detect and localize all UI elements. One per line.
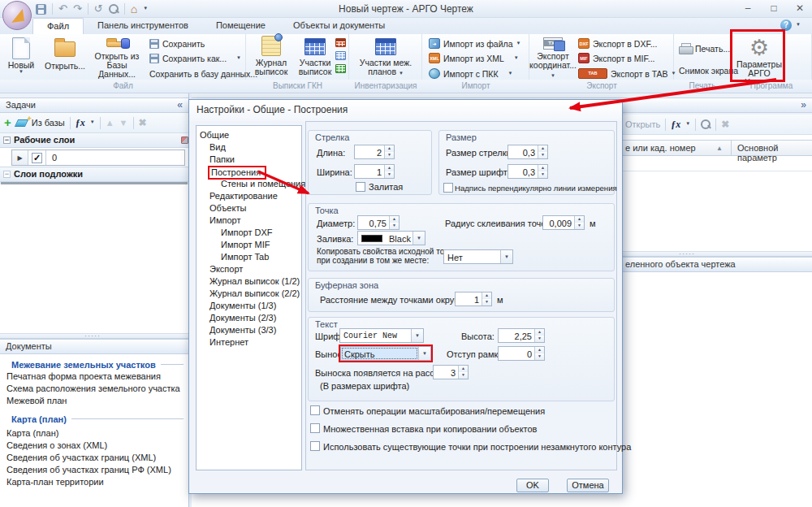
callout-select[interactable]: Скрыть bbox=[340, 346, 431, 361]
save-button[interactable]: Сохранить bbox=[149, 37, 205, 50]
undo-scale-checkbox[interactable] bbox=[310, 405, 320, 415]
glue-radius-stepper[interactable]: 0,009 bbox=[542, 215, 585, 230]
table-blue-icon[interactable] bbox=[335, 51, 346, 60]
parcels-statements-button[interactable]: Участки выписок bbox=[295, 36, 335, 79]
collapse-expander-icon[interactable]: − bbox=[3, 171, 11, 178]
open-button[interactable]: Открыть... bbox=[42, 36, 88, 79]
zoom-icon[interactable] bbox=[109, 4, 119, 14]
fx-icon[interactable]: ƒx bbox=[671, 119, 680, 131]
rounding-distance-stepper[interactable]: 1 bbox=[455, 292, 492, 306]
doc-item[interactable]: Сведения об участках границ (XML) bbox=[0, 452, 188, 464]
tab-toolbars[interactable]: Панель инструментов bbox=[84, 18, 202, 34]
multi-insert-checkbox[interactable] bbox=[310, 423, 320, 433]
arrow-size-stepper[interactable]: 0,3 bbox=[508, 145, 548, 159]
parcels-plans-button[interactable]: Участки меж. планов bbox=[357, 36, 414, 79]
home-icon[interactable]: ⌂ bbox=[131, 2, 137, 15]
tree-item-documents-2[interactable]: Документы (2/3) bbox=[197, 312, 301, 324]
fill-color-select[interactable]: Black bbox=[357, 231, 425, 245]
doc-item[interactable]: Карта (план) bbox=[0, 427, 188, 440]
tree-item-view[interactable]: Вид bbox=[197, 141, 301, 154]
tree-item-import[interactable]: Импорт bbox=[197, 214, 301, 227]
tree-item-constructions[interactable]: Построения bbox=[197, 166, 301, 178]
add-layer-from-db-icon[interactable] bbox=[15, 119, 28, 127]
collapse-panel-icon[interactable]: « bbox=[177, 98, 183, 112]
export-coordinates-button[interactable]: Экспорт координат... bbox=[531, 36, 575, 79]
tree-item-documents-3[interactable]: Документы (3/3) bbox=[197, 324, 301, 336]
column-header-parameter[interactable]: Основной параметр bbox=[737, 143, 812, 162]
delete-icon[interactable]: ✖ bbox=[721, 119, 729, 130]
tree-item-journal-2[interactable]: Журнал выписок (2/2) bbox=[197, 288, 301, 300]
tree-item-general[interactable]: Общие bbox=[197, 129, 301, 141]
qat-more-icon[interactable] bbox=[143, 6, 148, 11]
column-divider[interactable] bbox=[731, 141, 732, 155]
font-select[interactable]: Courier New bbox=[339, 328, 424, 343]
export-mif-button[interactable]: MIF Экспорт в MIF... bbox=[578, 51, 655, 65]
fx-icon[interactable]: ƒx bbox=[76, 117, 85, 129]
search-icon[interactable] bbox=[701, 119, 710, 129]
import-from-file-button[interactable]: ➜ Импорт из файла bbox=[429, 37, 521, 50]
refresh-icon[interactable]: ↺ bbox=[94, 3, 103, 15]
copy-properties-select[interactable]: Нет bbox=[443, 249, 513, 264]
open-from-db-button[interactable]: Открыть из Базы Данных... bbox=[89, 36, 145, 79]
doc-item[interactable]: Карта-план территории bbox=[0, 476, 188, 488]
journal-statements-button[interactable]: Журнал выписок bbox=[249, 36, 293, 79]
filled-checkbox[interactable] bbox=[356, 182, 365, 192]
save-icon[interactable] bbox=[36, 4, 46, 15]
table-red-icon[interactable] bbox=[335, 38, 346, 47]
text-height-stepper[interactable]: 2,25 bbox=[498, 328, 545, 343]
move-up-icon[interactable]: ▲ bbox=[106, 118, 114, 128]
working-layers-header[interactable]: − Рабочие слои bbox=[0, 133, 188, 148]
tab-file[interactable]: Файл bbox=[32, 18, 84, 34]
row-selector-icon[interactable]: ▶ bbox=[12, 150, 28, 165]
arrow-width-stepper[interactable]: 1 bbox=[354, 164, 395, 179]
chevron-down-icon[interactable] bbox=[685, 122, 690, 127]
new-button[interactable]: Новый bbox=[2, 36, 41, 79]
tab-room[interactable]: Помещение bbox=[202, 18, 279, 34]
close-button[interactable]: ✕ bbox=[793, 2, 807, 14]
doc-item[interactable]: Схема расположения земельного участка bbox=[0, 383, 188, 395]
tree-item-import-mif[interactable]: Импорт MIF bbox=[197, 239, 301, 251]
doc-item[interactable]: Сведения о зонах (XML) bbox=[0, 440, 188, 452]
tree-item-folders[interactable]: Папки bbox=[197, 154, 301, 166]
table-green-icon[interactable] bbox=[335, 64, 346, 73]
save-to-db-button[interactable]: Сохранить в базу данных... bbox=[149, 67, 257, 80]
import-from-pkk-button[interactable]: Импорт с ПКК bbox=[429, 67, 513, 80]
delete-icon[interactable]: ✖ bbox=[139, 117, 147, 128]
layer-name[interactable]: 0 bbox=[46, 150, 184, 165]
underlay-layers-header[interactable]: − Слои подложки bbox=[0, 167, 188, 182]
open-object-button[interactable]: Открыть bbox=[625, 119, 660, 129]
move-down-icon[interactable]: ▼ bbox=[119, 118, 128, 128]
export-tab-button[interactable]: TAB Экспорт в TAB bbox=[578, 67, 676, 80]
save-as-button[interactable]: Сохранить как... bbox=[149, 51, 241, 65]
tab-objects-documents[interactable]: Объекты и документы bbox=[279, 18, 399, 34]
column-header-name[interactable]: е или кад. номер bbox=[625, 143, 696, 153]
eraser-icon[interactable] bbox=[181, 136, 188, 144]
undo-icon[interactable]: ↶ bbox=[58, 3, 67, 15]
font-size-stepper[interactable]: 0,3 bbox=[508, 164, 548, 179]
panel-splitter[interactable]: ····· bbox=[0, 333, 188, 339]
tree-item-documents-1[interactable]: Документы (1/3) bbox=[197, 300, 301, 312]
doc-item[interactable]: Печатная форма проекта межевания bbox=[0, 370, 188, 383]
export-dxf-button[interactable]: DXF Экспорт в DXF... bbox=[578, 37, 657, 50]
doc-item[interactable]: Сведения об участках границ РФ (XML) bbox=[0, 464, 188, 476]
tree-item-import-tab[interactable]: Импорт Tab bbox=[197, 251, 301, 263]
import-from-xml-button[interactable]: XML Импорт из XML bbox=[429, 51, 519, 65]
minimize-button[interactable]: – bbox=[741, 2, 755, 14]
tree-item-import-dxf[interactable]: Импорт DXF bbox=[197, 227, 301, 239]
tree-item-export[interactable]: Экспорт bbox=[197, 263, 301, 275]
collapse-expander-icon[interactable]: − bbox=[3, 136, 11, 144]
tree-item-internet[interactable]: Интернет bbox=[197, 336, 301, 349]
tree-item-editing[interactable]: Редактирование bbox=[197, 190, 301, 202]
layer-row[interactable]: ▶ ✓ 0 bbox=[11, 150, 185, 166]
layer-visible-checkbox[interactable]: ✓ bbox=[32, 153, 42, 163]
chevron-down-icon[interactable] bbox=[90, 120, 95, 125]
use-existing-points-checkbox[interactable] bbox=[310, 441, 320, 451]
tree-item-walls[interactable]: Стены и помещения bbox=[197, 178, 301, 190]
redo-icon[interactable]: ↷ bbox=[73, 3, 82, 15]
doc-item[interactable]: Межевой план bbox=[0, 395, 188, 407]
tree-item-journal-1[interactable]: Журнал выписок (1/2) bbox=[197, 275, 301, 288]
diameter-stepper[interactable]: 0,75 bbox=[357, 215, 400, 230]
add-layer-icon[interactable]: + bbox=[4, 117, 11, 128]
maximize-button[interactable]: □ bbox=[767, 2, 781, 14]
from-base-button[interactable]: Из базы bbox=[32, 118, 65, 128]
